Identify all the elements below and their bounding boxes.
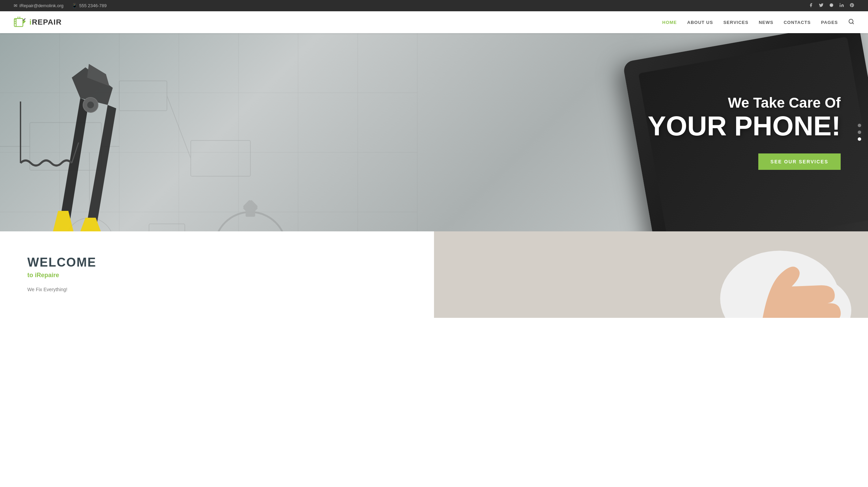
top-bar: ✉ iRepair@demolink.org 📱 555 2346-789 g+ xyxy=(0,0,868,11)
twitter-icon[interactable] xyxy=(819,3,824,9)
pliers-illustration xyxy=(0,33,154,231)
nav-pages[interactable]: PAGES xyxy=(821,18,838,26)
svg-rect-34 xyxy=(149,224,185,231)
top-bar-contacts: ✉ iRepair@demolink.org 📱 555 2346-789 xyxy=(14,3,107,8)
svg-point-49 xyxy=(87,102,94,108)
nav-links: HOME ABOUT US SERVICES NEWS CONTACTS PAG… xyxy=(662,18,854,26)
svg-rect-26 xyxy=(191,140,250,176)
hero-cta-button[interactable]: SEE OUR SERVICES xyxy=(758,153,841,170)
search-icon[interactable] xyxy=(848,18,854,26)
slider-dot-3[interactable] xyxy=(858,137,861,141)
email-icon: ✉ xyxy=(14,3,17,8)
welcome-text: We Fix Everything! xyxy=(27,286,407,294)
phone-contact: 📱 555 2346-789 xyxy=(72,3,107,8)
welcome-title: WELCOME xyxy=(27,255,407,270)
nav-services[interactable]: SERVICES xyxy=(723,18,749,26)
nav-contacts[interactable]: CONTACTS xyxy=(784,18,811,26)
facebook-icon[interactable] xyxy=(809,3,813,9)
welcome-content: WELCOME to iRepaire We Fix Everything! xyxy=(0,231,434,318)
googleplus-icon[interactable]: g+ xyxy=(829,3,834,9)
hero-section: We Take Care Of YOUR PHONE! SEE OUR SERV… xyxy=(0,33,868,231)
svg-point-8 xyxy=(15,23,16,24)
phone-icon: 📱 xyxy=(72,3,77,8)
welcome-image xyxy=(434,231,868,318)
hero-content: We Take Care Of YOUR PHONE! SEE OUR SERV… xyxy=(648,95,841,170)
svg-point-6 xyxy=(15,19,16,20)
hero-subtitle: We Take Care Of xyxy=(648,95,841,111)
pinterest-icon[interactable] xyxy=(850,3,854,9)
navbar: iREPAIR HOME ABOUT US SERVICES NEWS CONT… xyxy=(0,11,868,33)
hero-title: YOUR PHONE! xyxy=(648,112,841,140)
nav-news[interactable]: NEWS xyxy=(759,18,773,26)
email-contact: ✉ iRepair@demolink.org xyxy=(14,3,64,8)
svg-point-7 xyxy=(15,21,16,22)
slider-dot-1[interactable] xyxy=(858,124,861,127)
logo-icon xyxy=(14,16,26,28)
brand-name: iREPAIR xyxy=(29,18,62,27)
svg-text:g+: g+ xyxy=(830,4,832,6)
welcome-section: WELCOME to iRepaire We Fix Everything! xyxy=(0,231,868,318)
welcome-illustration xyxy=(434,231,868,318)
slider-dots xyxy=(858,124,861,141)
phone-number: 555 2346-789 xyxy=(79,3,107,8)
social-links: g+ xyxy=(809,3,854,9)
nav-about[interactable]: ABOUT US xyxy=(687,18,713,26)
svg-line-12 xyxy=(852,23,853,24)
linkedin-icon[interactable] xyxy=(839,3,844,9)
slider-dot-2[interactable] xyxy=(858,131,861,134)
logo[interactable]: iREPAIR xyxy=(14,16,62,28)
welcome-subtitle: to iRepaire xyxy=(27,272,407,279)
nav-home[interactable]: HOME xyxy=(662,18,677,26)
email-address: iRepair@demolink.org xyxy=(19,3,64,8)
svg-point-1 xyxy=(840,3,840,4)
